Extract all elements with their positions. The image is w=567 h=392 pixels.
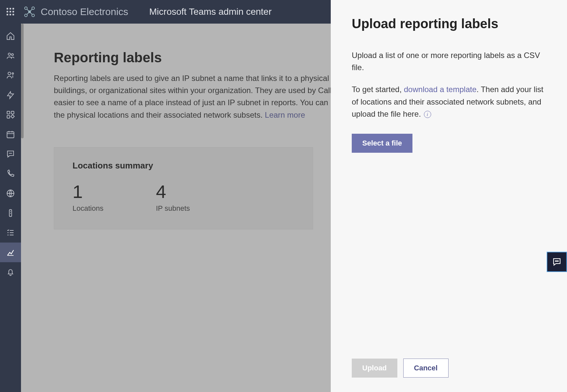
org-brand[interactable]: Contoso Electronics bbox=[24, 6, 128, 18]
cancel-button[interactable]: Cancel bbox=[403, 359, 449, 378]
upload-panel: Upload reporting labels Upload a list of… bbox=[331, 0, 567, 392]
nav-policy[interactable] bbox=[0, 203, 21, 223]
select-file-button[interactable]: Select a file bbox=[352, 134, 412, 153]
svg-point-0 bbox=[25, 7, 27, 10]
svg-rect-12 bbox=[7, 132, 14, 138]
panel-title: Upload reporting labels bbox=[352, 16, 546, 31]
svg-rect-9 bbox=[7, 111, 10, 114]
left-nav bbox=[0, 24, 21, 392]
svg-point-15 bbox=[555, 261, 556, 262]
nav-messaging[interactable] bbox=[0, 144, 21, 164]
download-template-link[interactable]: download a template bbox=[404, 85, 476, 94]
nav-notifications[interactable] bbox=[0, 262, 21, 282]
svg-point-17 bbox=[558, 261, 558, 262]
nav-home[interactable] bbox=[0, 26, 21, 46]
nav-users[interactable] bbox=[0, 66, 21, 85]
nav-planning[interactable] bbox=[0, 223, 21, 243]
nav-teams[interactable] bbox=[0, 46, 21, 66]
panel-paragraph-2: To get started, download a template. The… bbox=[352, 83, 546, 120]
panel-paragraph-1: Upload a list of one or more reporting l… bbox=[352, 49, 546, 73]
nav-voice[interactable] bbox=[0, 164, 21, 184]
svg-point-5 bbox=[8, 53, 10, 55]
info-icon[interactable]: i bbox=[424, 111, 431, 118]
svg-point-4 bbox=[29, 11, 31, 13]
panel-text-prefix: To get started, bbox=[352, 85, 404, 94]
nav-apps[interactable] bbox=[0, 105, 21, 125]
feedback-button[interactable] bbox=[547, 252, 567, 272]
svg-rect-10 bbox=[11, 111, 14, 114]
upload-button: Upload bbox=[352, 359, 397, 378]
drone-logo-icon bbox=[24, 6, 35, 18]
svg-point-7 bbox=[8, 72, 10, 75]
app-name: Microsoft Teams admin center bbox=[149, 7, 272, 17]
chat-icon bbox=[552, 257, 562, 267]
nav-devices[interactable] bbox=[0, 85, 21, 105]
svg-point-3 bbox=[32, 14, 34, 17]
svg-point-8 bbox=[12, 73, 14, 74]
nav-locations[interactable] bbox=[0, 184, 21, 203]
nav-analytics[interactable] bbox=[0, 243, 21, 262]
svg-point-16 bbox=[556, 261, 557, 262]
svg-point-6 bbox=[11, 54, 13, 56]
svg-point-1 bbox=[32, 7, 34, 10]
svg-rect-11 bbox=[7, 115, 10, 118]
app-launcher-icon[interactable] bbox=[7, 8, 14, 16]
nav-meetings[interactable] bbox=[0, 125, 21, 144]
svg-point-2 bbox=[25, 14, 27, 17]
org-name: Contoso Electronics bbox=[41, 6, 128, 17]
